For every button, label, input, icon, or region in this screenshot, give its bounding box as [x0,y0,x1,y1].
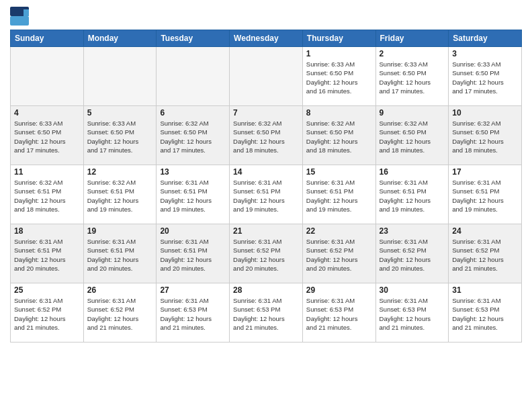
day-cell-22: 22Sunrise: 6:31 AM Sunset: 6:52 PM Dayli… [302,224,375,283]
header [10,7,522,26]
empty-cell [83,47,157,106]
day-number: 6 [160,108,226,118]
day-number: 21 [233,226,299,236]
day-cell-6: 6Sunrise: 6:32 AM Sunset: 6:50 PM Daylig… [157,106,230,165]
day-cell-26: 26Sunrise: 6:31 AM Sunset: 6:52 PM Dayli… [83,283,157,342]
day-info: Sunrise: 6:32 AM Sunset: 6:51 PM Dayligh… [14,178,80,214]
day-number: 25 [14,285,80,295]
day-info: Sunrise: 6:32 AM Sunset: 6:51 PM Dayligh… [87,178,153,214]
svg-rect-1 [10,16,29,26]
day-cell-5: 5Sunrise: 6:33 AM Sunset: 6:50 PM Daylig… [83,106,157,165]
day-info: Sunrise: 6:31 AM Sunset: 6:51 PM Dayligh… [87,237,153,273]
day-cell-9: 9Sunrise: 6:32 AM Sunset: 6:50 PM Daylig… [375,106,449,165]
day-number: 7 [233,108,299,118]
day-cell-12: 12Sunrise: 6:32 AM Sunset: 6:51 PM Dayli… [83,165,157,224]
weekday-header-friday: Friday [375,30,449,47]
day-number: 10 [452,108,518,118]
day-info: Sunrise: 6:31 AM Sunset: 6:52 PM Dayligh… [306,237,372,273]
week-row-5: 25Sunrise: 6:31 AM Sunset: 6:52 PM Dayli… [11,283,522,342]
weekday-header-monday: Monday [83,30,157,47]
week-row-3: 11Sunrise: 6:32 AM Sunset: 6:51 PM Dayli… [11,165,522,224]
day-cell-3: 3Sunrise: 6:33 AM Sunset: 6:50 PM Daylig… [449,47,522,106]
day-info: Sunrise: 6:33 AM Sunset: 6:50 PM Dayligh… [306,60,372,95]
empty-cell [230,47,303,106]
day-cell-25: 25Sunrise: 6:31 AM Sunset: 6:52 PM Dayli… [11,283,84,342]
day-number: 26 [87,285,153,295]
day-info: Sunrise: 6:31 AM Sunset: 6:53 PM Dayligh… [380,296,445,332]
day-info: Sunrise: 6:33 AM Sunset: 6:50 PM Dayligh… [14,119,80,154]
day-number: 9 [380,108,445,118]
logo [10,7,30,26]
day-cell-20: 20Sunrise: 6:31 AM Sunset: 6:51 PM Dayli… [157,224,230,283]
day-number: 28 [233,285,299,295]
day-cell-27: 27Sunrise: 6:31 AM Sunset: 6:53 PM Dayli… [157,283,230,342]
day-number: 4 [14,108,80,118]
day-info: Sunrise: 6:31 AM Sunset: 6:53 PM Dayligh… [306,296,372,332]
day-info: Sunrise: 6:31 AM Sunset: 6:52 PM Dayligh… [452,237,518,273]
day-number: 22 [306,226,372,236]
day-number: 27 [160,285,226,295]
day-cell-18: 18Sunrise: 6:31 AM Sunset: 6:51 PM Dayli… [11,224,84,283]
day-cell-2: 2Sunrise: 6:33 AM Sunset: 6:50 PM Daylig… [375,47,449,106]
day-cell-7: 7Sunrise: 6:32 AM Sunset: 6:50 PM Daylig… [230,106,303,165]
day-info: Sunrise: 6:31 AM Sunset: 6:51 PM Dayligh… [452,178,518,214]
week-row-2: 4Sunrise: 6:33 AM Sunset: 6:50 PM Daylig… [11,106,522,165]
day-cell-11: 11Sunrise: 6:32 AM Sunset: 6:51 PM Dayli… [11,165,84,224]
day-info: Sunrise: 6:31 AM Sunset: 6:51 PM Dayligh… [14,237,80,273]
day-number: 14 [233,167,299,177]
day-info: Sunrise: 6:31 AM Sunset: 6:53 PM Dayligh… [160,296,226,332]
day-info: Sunrise: 6:32 AM Sunset: 6:50 PM Dayligh… [233,119,299,154]
day-cell-4: 4Sunrise: 6:33 AM Sunset: 6:50 PM Daylig… [11,106,84,165]
week-row-4: 18Sunrise: 6:31 AM Sunset: 6:51 PM Dayli… [11,224,522,283]
weekday-header-tuesday: Tuesday [157,30,230,47]
weekday-header-thursday: Thursday [302,30,375,47]
day-info: Sunrise: 6:33 AM Sunset: 6:50 PM Dayligh… [87,119,153,154]
day-number: 13 [160,167,226,177]
day-info: Sunrise: 6:31 AM Sunset: 6:52 PM Dayligh… [87,296,153,332]
day-info: Sunrise: 6:31 AM Sunset: 6:52 PM Dayligh… [14,296,80,332]
day-number: 31 [452,285,518,295]
day-info: Sunrise: 6:32 AM Sunset: 6:50 PM Dayligh… [380,119,445,154]
day-cell-23: 23Sunrise: 6:31 AM Sunset: 6:52 PM Dayli… [375,224,449,283]
day-number: 23 [380,226,445,236]
day-cell-1: 1Sunrise: 6:33 AM Sunset: 6:50 PM Daylig… [302,47,375,106]
day-info: Sunrise: 6:31 AM Sunset: 6:51 PM Dayligh… [306,178,372,214]
weekday-header-row: SundayMondayTuesdayWednesdayThursdayFrid… [11,30,522,47]
calendar-table: SundayMondayTuesdayWednesdayThursdayFrid… [10,30,522,342]
day-cell-13: 13Sunrise: 6:31 AM Sunset: 6:51 PM Dayli… [157,165,230,224]
day-cell-21: 21Sunrise: 6:31 AM Sunset: 6:52 PM Dayli… [230,224,303,283]
day-info: Sunrise: 6:31 AM Sunset: 6:51 PM Dayligh… [160,237,226,273]
day-cell-8: 8Sunrise: 6:32 AM Sunset: 6:50 PM Daylig… [302,106,375,165]
day-cell-19: 19Sunrise: 6:31 AM Sunset: 6:51 PM Dayli… [83,224,157,283]
empty-cell [11,47,84,106]
weekday-header-wednesday: Wednesday [230,30,303,47]
day-number: 30 [380,285,445,295]
day-number: 16 [380,167,445,177]
day-info: Sunrise: 6:32 AM Sunset: 6:50 PM Dayligh… [306,119,372,154]
day-cell-29: 29Sunrise: 6:31 AM Sunset: 6:53 PM Dayli… [302,283,375,342]
day-number: 8 [306,108,372,118]
day-cell-31: 31Sunrise: 6:31 AM Sunset: 6:53 PM Dayli… [449,283,522,342]
day-info: Sunrise: 6:33 AM Sunset: 6:50 PM Dayligh… [380,60,445,95]
day-number: 15 [306,167,372,177]
day-cell-14: 14Sunrise: 6:31 AM Sunset: 6:51 PM Dayli… [230,165,303,224]
day-info: Sunrise: 6:31 AM Sunset: 6:52 PM Dayligh… [233,237,299,273]
day-number: 2 [380,49,445,58]
week-row-1: 1Sunrise: 6:33 AM Sunset: 6:50 PM Daylig… [11,47,522,106]
day-number: 29 [306,285,372,295]
logo-icon [10,7,29,26]
day-info: Sunrise: 6:33 AM Sunset: 6:50 PM Dayligh… [452,60,518,95]
day-number: 20 [160,226,226,236]
day-info: Sunrise: 6:31 AM Sunset: 6:53 PM Dayligh… [233,296,299,332]
svg-marker-2 [24,9,29,16]
weekday-header-saturday: Saturday [449,30,522,47]
day-number: 19 [87,226,153,236]
day-cell-24: 24Sunrise: 6:31 AM Sunset: 6:52 PM Dayli… [449,224,522,283]
day-cell-10: 10Sunrise: 6:32 AM Sunset: 6:50 PM Dayli… [449,106,522,165]
day-number: 1 [306,49,372,58]
day-info: Sunrise: 6:31 AM Sunset: 6:53 PM Dayligh… [452,296,518,332]
day-info: Sunrise: 6:31 AM Sunset: 6:52 PM Dayligh… [380,237,445,273]
day-number: 24 [452,226,518,236]
day-cell-15: 15Sunrise: 6:31 AM Sunset: 6:51 PM Dayli… [302,165,375,224]
empty-cell [157,47,230,106]
